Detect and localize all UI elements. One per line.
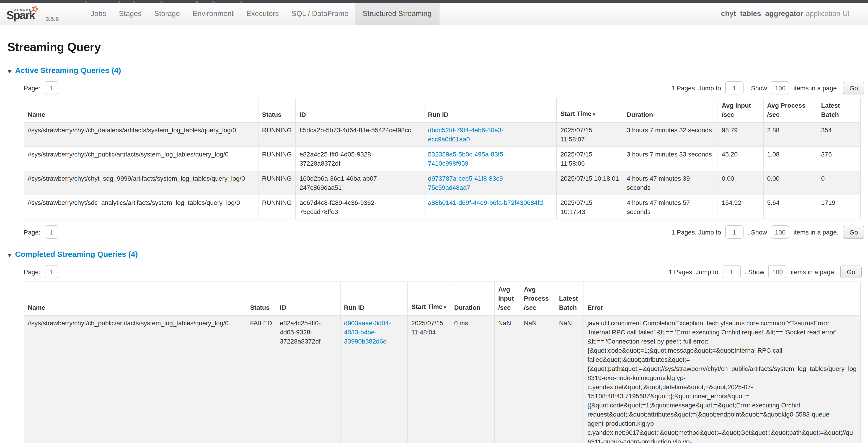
duration: 0 ms <box>454 319 491 328</box>
avg-process: 1.08 <box>767 150 813 159</box>
col-id[interactable]: ID <box>296 98 424 122</box>
active-streaming-queries-table: Name Status ID Run ID Start Time▾ Durati… <box>24 98 861 219</box>
tab-structured-streaming[interactable]: Structured Streaming <box>355 3 439 25</box>
page-number-input[interactable] <box>44 265 58 278</box>
active-table-header-row: Name Status ID Run ID Start Time▾ Durati… <box>24 98 861 122</box>
avg-input: 98.79 <box>722 125 759 135</box>
col-duration[interactable]: Duration <box>623 98 718 122</box>
col-status[interactable]: Status <box>258 98 296 122</box>
go-button[interactable]: Go <box>843 82 864 94</box>
page-number-input[interactable] <box>44 81 58 94</box>
avg-process: NaN <box>524 319 551 328</box>
spark-logo[interactable]: APACHE Spark ★★ 3.5.6 <box>6 3 59 25</box>
avg-input: NaN <box>498 319 516 328</box>
status-value: RUNNING <box>262 150 292 159</box>
query-id: e82a4c25-fff0- 4d05-9328- 37228a8372df <box>280 319 336 346</box>
pagination-active-top: Page: 1 Pages. Jump to . Show items in a… <box>24 81 864 94</box>
col-start-time[interactable]: Start Time▾ <box>408 282 451 315</box>
pagination-completed-top: Page: 1 Pages. Jump to . Show items in a… <box>24 265 862 278</box>
run-id-link[interactable]: d903aaae-0d04- 4033-b4be- 33990b382d6d <box>344 319 404 346</box>
browser-strip-artifacts <box>85 1 87 3</box>
avg-input: 154.92 <box>722 198 759 207</box>
avg-process: 0.00 <box>767 174 813 183</box>
go-button[interactable]: Go <box>843 226 864 238</box>
pagination-active-bottom: Page: 1 Pages. Jump to . Show items in a… <box>24 226 864 239</box>
show-text: . Show <box>747 228 767 236</box>
query-name: //sys/strawberry/chyt/ch_datalens/artifa… <box>28 125 254 135</box>
completed-queries-collapse-header[interactable]: Completed Streaming Queries (4) <box>7 250 138 259</box>
sort-desc-icon: ▾ <box>444 305 446 310</box>
pages-jump-text: 1 Pages. Jump to <box>671 84 721 91</box>
col-status[interactable]: Status <box>246 282 276 315</box>
items-per-page-input[interactable] <box>768 265 786 278</box>
tab-sql-dataframe[interactable]: SQL / DataFrame <box>285 3 355 25</box>
avg-input: 0.00 <box>722 174 759 183</box>
col-avg-process[interactable]: Avg Process /sec <box>763 98 817 122</box>
tab-jobs[interactable]: Jobs <box>84 3 113 25</box>
table-row: //sys/strawberry/chyt/ch_public/artifact… <box>24 147 861 171</box>
tab-storage[interactable]: Storage <box>148 3 186 25</box>
duration: 4 hours 47 minutes 39 seconds <box>627 174 714 192</box>
col-id[interactable]: ID <box>276 282 340 315</box>
col-start-time[interactable]: Start Time▾ <box>556 98 623 122</box>
run-id-link[interactable]: dbdc52fd-79f4-4eb6-80e3- ecc9a0d01aa0 <box>428 125 553 144</box>
col-run-id[interactable]: Run ID <box>424 98 556 122</box>
error-message: java.util.concurrent.CompletionException… <box>587 319 857 443</box>
status-value: RUNNING <box>262 198 292 207</box>
latest-batch: 1719 <box>821 198 857 207</box>
run-id-link[interactable]: 532359a5-5b0c-495a-83f5- 7410c998f959 <box>428 150 553 168</box>
browser-strip-artifacts <box>212 1 215 3</box>
completed-streaming-queries-table: Name Status ID Run ID Start Time▾ Durati… <box>24 282 861 443</box>
run-id-link[interactable]: d973787a-ceb5-41f8-83c9- 75c59ad48aa7 <box>428 174 553 192</box>
browser-strip-artifacts <box>196 1 198 3</box>
items-per-page-input[interactable] <box>771 226 789 239</box>
jump-to-input[interactable] <box>725 81 743 94</box>
jump-to-input[interactable] <box>722 265 741 278</box>
page-label: Page: <box>24 84 40 91</box>
col-avg-process[interactable]: Avg Process /sec <box>520 282 555 315</box>
table-row: //sys/strawberry/chyt/ch_datalens/artifa… <box>24 122 861 147</box>
collapse-caret-icon <box>7 69 12 73</box>
navbar: APACHE Spark ★★ 3.5.6 Jobs Stages Storag… <box>0 3 868 25</box>
jump-to-input[interactable] <box>725 226 743 239</box>
duration: 3 hours 7 minutes 32 seconds <box>627 125 714 135</box>
tab-stages[interactable]: Stages <box>113 3 148 25</box>
spark-version: 3.5.6 <box>45 16 59 22</box>
active-table-zone: Page: 1 Pages. Jump to . Show items in a… <box>24 81 861 239</box>
browser-strip-artifacts <box>160 1 163 3</box>
col-avg-input[interactable]: Avg Input /sec <box>494 282 520 315</box>
page-label: Page: <box>24 228 40 236</box>
col-name[interactable]: Name <box>24 98 258 122</box>
tab-executors[interactable]: Executors <box>240 3 285 25</box>
status-value: FAILED <box>250 319 272 328</box>
run-id-link[interactable]: a88b0141-d69f-44e9-b6fa-b72f430684fd <box>428 198 553 207</box>
completed-queries-heading: Completed Streaming Queries (4) <box>15 250 138 259</box>
completed-table-zone: Page: 1 Pages. Jump to . Show items in a… <box>24 265 861 443</box>
start-time: 2025/07/15 10:18:01 <box>560 174 619 183</box>
col-avg-input[interactable]: Avg Input /sec <box>718 98 763 122</box>
col-name[interactable]: Name <box>24 282 246 315</box>
page-number-input[interactable] <box>44 226 58 239</box>
go-button[interactable]: Go <box>840 265 862 278</box>
start-time: 2025/07/15 11:48:04 <box>411 319 446 337</box>
pages-jump-text: 1 Pages. Jump to <box>671 228 721 236</box>
items-per-page-input[interactable] <box>771 81 789 94</box>
latest-batch: 376 <box>821 150 857 159</box>
show-text: . Show <box>747 84 767 91</box>
query-name: //sys/strawberry/chyt/chyt_sdg_9999/arti… <box>28 174 254 183</box>
col-error[interactable]: Error <box>584 282 861 315</box>
page-title: Streaming Query <box>7 40 861 54</box>
active-queries-heading: Active Streaming Queries (4) <box>15 66 121 75</box>
tab-environment[interactable]: Environment <box>186 3 240 25</box>
col-duration[interactable]: Duration <box>451 282 494 315</box>
col-latest-batch[interactable]: Latest Batch <box>817 98 861 122</box>
col-run-id[interactable]: Run ID <box>340 282 408 315</box>
active-queries-collapse-header[interactable]: Active Streaming Queries (4) <box>7 66 121 75</box>
query-name: //sys/strawberry/chyt/ch_public/artifact… <box>28 150 254 159</box>
table-row: //sys/strawberry/chyt/chyt_sdg_9999/arti… <box>24 171 861 195</box>
start-time: 2025/07/15 11:58:06 <box>560 150 619 168</box>
query-id: 160d2b6a-36e1-46ba-ab07- 247c869daa51 <box>300 174 420 192</box>
page-label: Page: <box>24 268 40 275</box>
col-latest-batch[interactable]: Latest Batch <box>555 282 584 315</box>
start-time: 2025/07/15 11:58:07 <box>560 125 619 144</box>
